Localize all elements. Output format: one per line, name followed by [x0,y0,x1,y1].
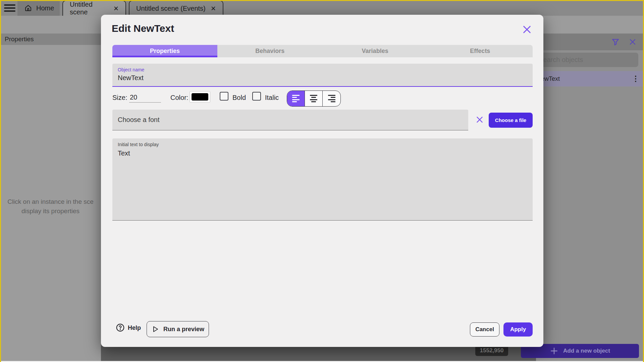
objects-panel-header [536,34,644,50]
object-list-item-newtext[interactable]: NewText ⋮ [533,71,644,86]
run-preview-label: Run a preview [163,326,204,333]
objects-panel: Search objects NewText ⋮ [536,34,644,361]
color-label: Color: [170,94,188,102]
close-panel-icon[interactable] [629,38,637,46]
align-center-icon [310,95,317,103]
color-swatch-button[interactable] [190,91,210,103]
font-select[interactable]: Choose a font [112,110,468,130]
run-preview-button[interactable]: Run a preview [147,321,209,337]
play-icon [151,325,159,333]
initial-text-field[interactable]: Initial text to display Text [112,138,533,221]
close-tab-icon[interactable]: ✕ [211,5,216,12]
initial-text-value: Text [118,149,527,157]
app-window: Home Untitled scene ✕ Untitled scene (Ev… [0,0,644,362]
edit-object-dialog: Edit NewText Properties Behaviors Variab… [101,15,543,347]
align-right-icon [328,95,335,103]
text-alignment-group [287,90,341,107]
choose-file-button[interactable]: Choose a file [489,113,533,128]
search-objects-input[interactable]: Search objects [533,53,638,67]
hamburger-menu-icon[interactable] [4,4,15,12]
help-icon[interactable] [116,323,125,332]
plus-icon [550,347,558,355]
tab-properties[interactable]: Properties [112,45,217,57]
color-swatch [192,93,208,101]
object-name-label: Object name [118,67,527,72]
tab-untitled-scene[interactable]: Untitled scene ✕ [62,0,126,16]
tab-home[interactable]: Home [17,0,60,16]
bold-checkbox[interactable] [220,92,228,101]
properties-panel: Properties Click on an instance in the s… [0,34,101,361]
dialog-close-icon[interactable] [522,24,532,35]
add-new-object-label: Add a new object [563,348,610,354]
properties-empty-message: Click on an instance in the sce display … [0,197,101,216]
italic-label: Italic [265,94,279,102]
object-name-field[interactable]: Object name NewText [112,64,533,87]
window-tab-bar: Home Untitled scene ✕ Untitled scene (Ev… [0,0,644,16]
clear-font-icon[interactable] [475,115,484,124]
tab-home-label: Home [36,4,54,12]
size-label: Size: [112,94,127,102]
object-name-value: NewText [118,74,527,82]
size-input[interactable] [129,93,161,103]
properties-panel-title: Properties [5,36,34,43]
align-left-button[interactable] [287,91,305,106]
italic-checkbox[interactable] [252,92,261,101]
initial-text-label: Initial text to display [118,142,527,147]
cancel-button[interactable]: Cancel [470,322,499,337]
tab-behaviors[interactable]: Behaviors [217,45,322,57]
tab-untitled-scene-events[interactable]: Untitled scene (Events) ✕ [129,0,223,16]
apply-button[interactable]: Apply [503,322,533,337]
tab-variables[interactable]: Variables [323,45,428,57]
help-link[interactable]: Help [128,324,141,331]
dialog-title: Edit NewText [112,23,174,34]
tab-events-label: Untitled scene (Events) [136,5,206,12]
align-right-button[interactable] [323,91,340,106]
home-icon [24,4,32,12]
align-left-icon [292,95,300,103]
bold-label: Bold [232,94,246,102]
properties-panel-header: Properties [0,34,101,45]
kebab-menu-icon[interactable]: ⋮ [632,74,641,83]
align-center-button[interactable] [305,91,323,106]
tab-effects[interactable]: Effects [428,45,533,57]
dialog-tab-bar: Properties Behaviors Variables Effects [112,45,533,57]
close-tab-icon[interactable]: ✕ [113,5,119,12]
filter-icon[interactable] [611,38,620,46]
tab-scene-label: Untitled scene [70,1,109,16]
